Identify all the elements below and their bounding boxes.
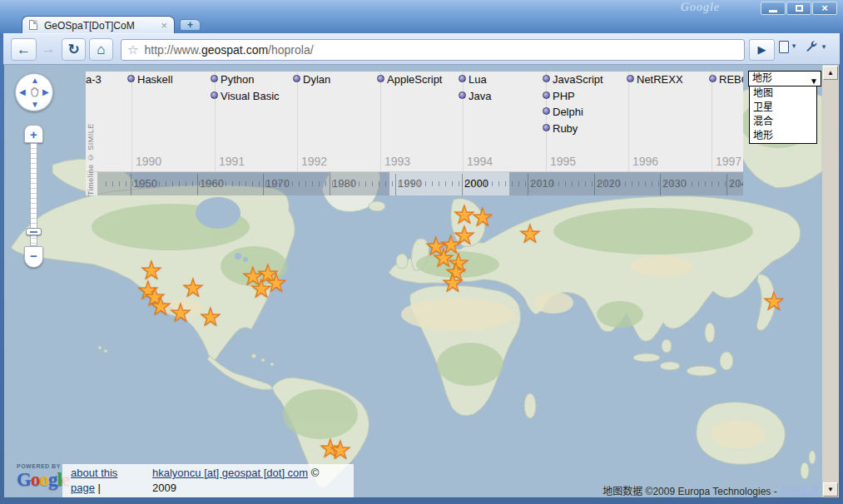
timeline-event-label[interactable]: Dylan — [303, 73, 330, 86]
maximize-button[interactable] — [786, 2, 811, 15]
map-type-select[interactable]: 地形 ▼ — [748, 71, 821, 86]
about-page-link[interactable]: about this — [71, 467, 117, 479]
map-marker-star[interactable]: ★ — [198, 304, 223, 329]
google-logo: Google — [17, 469, 69, 491]
timeline-event-label[interactable]: JavaScript — [553, 73, 603, 86]
timeline-decade-label: 1960 — [200, 177, 224, 190]
timeline-upper-band[interactable]: 19901991199219931994199519961997a-3Haske… — [86, 72, 743, 172]
timeline-event-label[interactable]: a-3 — [86, 73, 102, 86]
timeline-event-label[interactable]: NetREXX — [637, 73, 683, 86]
forward-icon: → — [37, 38, 60, 59]
link-separator: | — [95, 482, 101, 494]
timeline-event-dot-icon[interactable] — [211, 75, 218, 82]
go-button[interactable]: ▶ — [749, 39, 775, 61]
reload-button[interactable]: ↻ — [62, 38, 86, 61]
map-marker-star[interactable]: ★ — [249, 276, 274, 301]
map-marker-star[interactable]: ★ — [761, 289, 786, 314]
timeline-event-label[interactable]: AppleScript — [387, 73, 442, 86]
tab-close-icon[interactable]: × — [161, 19, 167, 32]
timeline-event-label[interactable]: Delphi — [553, 106, 583, 118]
zoom-out-icon: − — [30, 249, 37, 263]
map-marker-star[interactable]: ★ — [440, 270, 465, 295]
timeline-decade-tick — [197, 174, 198, 195]
powered-by-label: POWERED BY — [17, 463, 69, 469]
map-pan-control[interactable]: ▲ ▼ ◀ ▶ — [15, 73, 53, 111]
bookmark-star-icon[interactable]: ☆ — [121, 42, 144, 57]
timeline-year-gridline — [380, 72, 381, 172]
timeline-event-label[interactable]: Java — [469, 90, 491, 102]
minimize-button[interactable] — [761, 2, 786, 15]
timeline-event-label[interactable]: Lua — [469, 73, 487, 86]
pan-left-icon[interactable]: ◀ — [19, 88, 26, 96]
go-icon: ▶ — [758, 43, 766, 56]
timeline-decade-label: 1980 — [332, 177, 356, 190]
url-path: /hoprola/ — [268, 43, 313, 57]
maximize-icon — [796, 5, 803, 12]
timeline-event-dot-icon[interactable] — [627, 75, 634, 82]
timeline-event-label[interactable]: Ruby — [553, 122, 578, 135]
home-button[interactable]: ⌂ — [89, 38, 113, 61]
pan-up-icon[interactable]: ▲ — [31, 77, 39, 85]
timeline-event-dot-icon[interactable] — [709, 75, 717, 82]
pan-right-icon[interactable]: ▶ — [42, 88, 49, 96]
map-type-option[interactable]: 地形 — [750, 129, 816, 143]
timeline-decade-label: 1950 — [133, 177, 157, 190]
vertical-scrollbar[interactable]: ▲ ▼ — [822, 65, 839, 497]
terms-of-use-link[interactable]: 使用条款 — [780, 486, 820, 497]
reload-icon: ↻ — [62, 39, 85, 60]
timeline-year-label: 1991 — [219, 155, 245, 168]
zoom-slider-thumb[interactable] — [26, 228, 42, 235]
zoom-out-button[interactable]: − — [24, 246, 43, 268]
timeline-event-dot-icon[interactable] — [459, 75, 466, 82]
timeline-decade-tick — [594, 174, 595, 195]
timeline-event-label[interactable]: PHP — [553, 90, 575, 102]
address-bar[interactable]: ☆http://www.geospat.com/hoprola/ — [121, 39, 745, 61]
zoom-in-button[interactable]: + — [24, 125, 43, 143]
tab-favicon-page-icon — [29, 20, 37, 30]
timeline-year-label: 1995 — [550, 155, 576, 168]
browser-tab[interactable]: GeOSpaT[DoT]CoM × — [22, 16, 175, 33]
timeline-event-dot-icon[interactable] — [377, 75, 384, 82]
email-link[interactable]: hkalyoncu [at] geospat [dot] com — [152, 467, 308, 479]
timeline-event-dot-icon[interactable] — [543, 91, 550, 99]
timeline-event-label[interactable]: Haskell — [137, 73, 173, 86]
map-type-option[interactable]: 地图 — [750, 86, 816, 101]
copyright-symbol: © — [308, 467, 319, 479]
timeline-event-dot-icon[interactable] — [459, 91, 466, 99]
about-page-link-line2[interactable]: page — [71, 482, 95, 494]
back-button[interactable]: ← — [11, 38, 37, 61]
timeline-event-label[interactable]: Python — [221, 73, 254, 86]
close-button[interactable]: × — [812, 2, 837, 15]
timeline-event-dot-icon[interactable] — [211, 91, 218, 99]
timeline-lower-band[interactable]: 1950196019701980199020002010202020302040 — [97, 172, 743, 195]
timeline-event-dot-icon[interactable] — [543, 75, 550, 82]
timeline-decade-tick — [263, 174, 264, 195]
title-bar[interactable]: Google × — [0, 0, 843, 15]
map-type-selected: 地形 — [752, 72, 772, 84]
map-marker-star[interactable]: ★ — [181, 275, 206, 300]
google-logo-block[interactable]: POWERED BY Google — [17, 463, 69, 491]
wrench-menu-button[interactable]: ▾ — [804, 39, 826, 57]
pan-down-icon[interactable]: ▼ — [31, 101, 39, 109]
timeline-event-dot-icon[interactable] — [543, 107, 550, 115]
timeline-year-gridline — [712, 72, 712, 172]
toolbar: ← → ↻ ⌂ ☆http://www.geospat.com/hoprola/… — [3, 33, 840, 65]
scroll-up-button[interactable]: ▲ — [823, 66, 838, 80]
timeline-decade-tick — [330, 174, 330, 195]
map-type-option[interactable]: 混合 — [750, 115, 816, 129]
map-type-option[interactable]: 卫星 — [750, 101, 816, 115]
timeline-event-label[interactable]: Visual Basic — [221, 90, 280, 102]
map-marker-star[interactable]: ★ — [518, 221, 543, 246]
timeline-event-dot-icon[interactable] — [293, 75, 300, 82]
timeline-event-label[interactable]: REBOL — [719, 73, 743, 86]
map-marker-star[interactable]: ★ — [328, 437, 353, 462]
timeline-event-dot-icon[interactable] — [543, 124, 550, 131]
wrench-menu-caret-icon: ▾ — [822, 42, 826, 51]
page-menu-button[interactable]: ▾ — [779, 41, 796, 53]
map-marker-star[interactable]: ★ — [168, 300, 193, 325]
map-type-option-list: 地图卫星混合地形 — [749, 86, 817, 144]
forward-button[interactable]: → — [37, 38, 60, 61]
scroll-down-button[interactable]: ▼ — [823, 482, 838, 497]
timeline-event-dot-icon[interactable] — [127, 75, 135, 82]
new-tab-button[interactable]: + — [180, 19, 201, 31]
